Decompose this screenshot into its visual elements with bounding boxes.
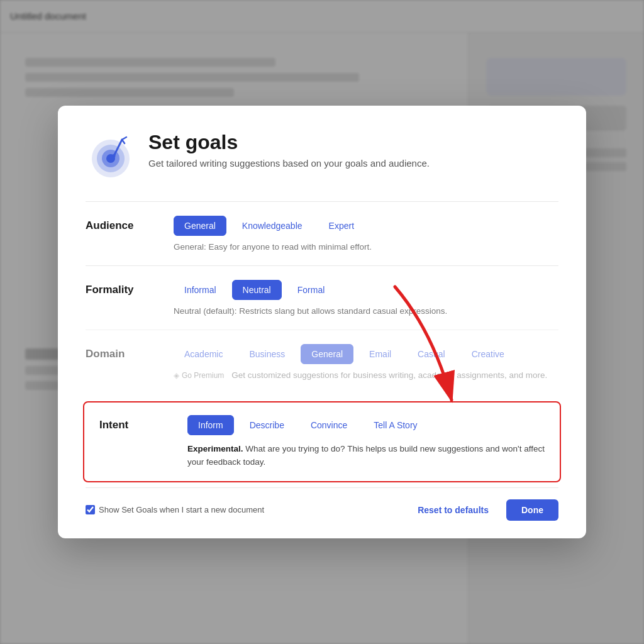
audience-description: General: Easy for anyone to read with mi… (174, 242, 558, 252)
modal-header-text: Set goals Get tailored writing suggestio… (148, 131, 430, 169)
domain-btn-casual[interactable]: Casual (407, 344, 456, 364)
premium-label: Go Premium (182, 371, 224, 380)
audience-btn-general[interactable]: General (174, 216, 226, 236)
show-set-goals-input[interactable] (86, 505, 95, 514)
premium-badge[interactable]: Go Premium (174, 371, 224, 380)
formality-btn-group: Informal Neutral Formal (174, 280, 335, 300)
audience-btn-group: General Knowledgeable Expert (174, 216, 365, 236)
domain-btn-academic[interactable]: Academic (174, 344, 233, 364)
modal-title: Set goals (148, 131, 430, 154)
modal-overlay: Set goals Get tailored writing suggestio… (0, 0, 644, 644)
reset-defaults-button[interactable]: Reset to defaults (410, 500, 496, 520)
intent-description-bold: Experimental. (187, 444, 243, 453)
formality-btn-formal[interactable]: Formal (287, 280, 336, 300)
audience-section: Audience General Knowledgeable Expert Ge… (86, 201, 558, 265)
domain-btn-general[interactable]: General (301, 344, 353, 364)
intent-section: Intent Inform Describe Convince Tell A S… (83, 401, 561, 482)
domain-section: Domain Academic Business General Email C… (86, 330, 558, 394)
formality-label: Formality (86, 284, 174, 296)
target-icon (86, 131, 136, 181)
domain-btn-group: Academic Business General Email Casual C… (174, 344, 515, 364)
domain-btn-creative[interactable]: Creative (461, 344, 515, 364)
intent-description: Experimental. What are you trying to do?… (187, 443, 545, 469)
footer-left: Show Set Goals when I start a new docume… (86, 505, 264, 514)
domain-row: Domain Academic Business General Email C… (86, 344, 558, 364)
intent-section-wrapper: Intent Inform Describe Convince Tell A S… (86, 394, 558, 485)
show-set-goals-label: Show Set Goals when I start a new docume… (99, 505, 264, 514)
formality-btn-informal[interactable]: Informal (174, 280, 227, 300)
formality-section: Formality Informal Neutral Formal Neutra… (86, 265, 558, 330)
audience-btn-knowledgeable[interactable]: Knowledgeable (231, 216, 313, 236)
domain-btn-business[interactable]: Business (238, 344, 296, 364)
intent-btn-tell-story[interactable]: Tell A Story (363, 415, 428, 435)
formality-row: Formality Informal Neutral Formal (86, 280, 558, 300)
intent-row: Intent Inform Describe Convince Tell A S… (99, 415, 545, 435)
done-button[interactable]: Done (506, 499, 558, 521)
audience-btn-expert[interactable]: Expert (318, 216, 365, 236)
show-set-goals-checkbox[interactable]: Show Set Goals when I start a new docume… (86, 505, 264, 514)
intent-btn-describe[interactable]: Describe (239, 415, 295, 435)
intent-btn-convince[interactable]: Convince (300, 415, 358, 435)
svg-line-7 (122, 140, 125, 143)
modal-subtitle: Get tailored writing suggestions based o… (148, 158, 430, 169)
domain-description: Get customized suggestions for business … (231, 370, 547, 380)
formality-btn-neutral[interactable]: Neutral (232, 280, 282, 300)
intent-btn-group: Inform Describe Convince Tell A Story (187, 415, 428, 435)
footer-right: Reset to defaults Done (410, 499, 558, 521)
audience-label: Audience (86, 219, 174, 232)
modal-footer: Show Set Goals when I start a new docume… (86, 487, 558, 521)
set-goals-modal: Set goals Get tailored writing suggestio… (58, 106, 586, 538)
domain-label: Domain (86, 348, 174, 360)
intent-label: Intent (99, 419, 187, 431)
audience-row: Audience General Knowledgeable Expert (86, 216, 558, 236)
modal-header: Set goals Get tailored writing suggestio… (86, 131, 558, 181)
intent-btn-inform[interactable]: Inform (187, 415, 234, 435)
domain-btn-email[interactable]: Email (358, 344, 402, 364)
formality-description: Neutral (default): Restricts slang but a… (174, 306, 558, 316)
